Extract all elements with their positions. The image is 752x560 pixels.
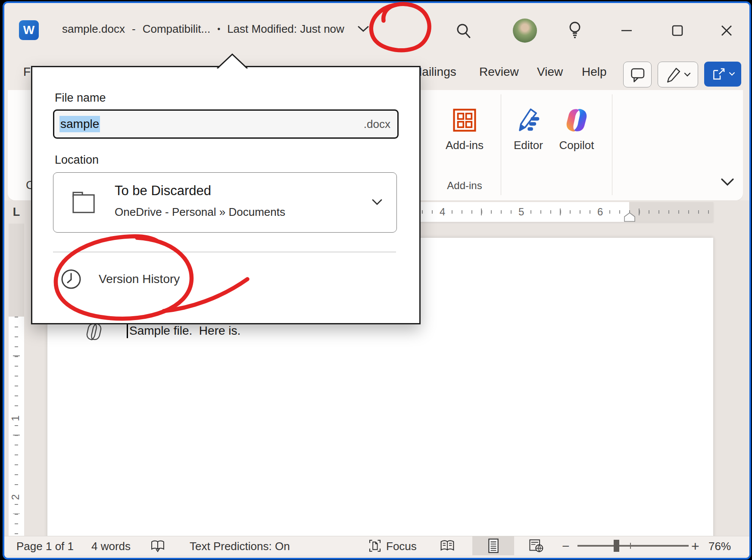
user-avatar[interactable] — [513, 19, 537, 43]
comment-icon — [629, 65, 646, 84]
copilot-icon — [564, 108, 589, 133]
popup-caret — [216, 53, 248, 68]
ribbon-group-label-addins: Add-ins — [444, 180, 485, 192]
copilot-button-label: Copilot — [559, 139, 594, 152]
version-history-label[interactable]: Version History — [99, 272, 180, 286]
web-layout-icon[interactable] — [527, 538, 546, 554]
minimize-button[interactable] — [616, 20, 637, 41]
tab-stop-selector[interactable]: L — [8, 202, 25, 222]
tab-selector-glyph: L — [13, 205, 20, 219]
zoom-slider-thumb[interactable] — [614, 540, 619, 552]
copilot-margin-icon[interactable] — [84, 322, 103, 341]
zoom-slider-track[interactable] — [577, 545, 689, 547]
text-cursor — [127, 324, 128, 338]
read-mode-icon[interactable] — [438, 538, 457, 554]
folder-icon — [71, 189, 97, 215]
location-folder-name: To be Discarded — [115, 183, 211, 199]
editor-button-label: Editor — [514, 139, 543, 152]
file-extension: .docx — [364, 118, 390, 131]
zoom-slider-tick — [630, 543, 631, 549]
text-predictions-status[interactable]: Text Predictions: On — [190, 540, 290, 553]
editor-button[interactable]: Editor — [509, 99, 548, 161]
location-label: Location — [55, 153, 99, 167]
tab-help[interactable]: Help — [582, 65, 607, 79]
page-indicator[interactable]: Page 1 of 1 — [16, 540, 74, 553]
focus-toggle[interactable]: Focus — [386, 540, 417, 553]
location-path: OneDrive - Personal » Documents — [115, 205, 285, 219]
status-bar: Page 1 of 1 4 words Text Predictions: On… — [4, 536, 749, 555]
file-name-label: File name — [55, 91, 106, 105]
pencil-icon — [665, 66, 681, 83]
title-chevron-down-icon[interactable] — [357, 25, 369, 33]
title-last-modified: Last Modified: Just now — [227, 22, 344, 36]
title-filename[interactable]: sample.docx — [62, 22, 125, 36]
maximize-button[interactable] — [667, 20, 688, 41]
clock-icon — [60, 268, 82, 290]
editor-pen-icon — [516, 108, 541, 133]
ruler-number: 5 — [517, 207, 525, 217]
zoom-in-button[interactable]: + — [691, 538, 699, 554]
addins-button[interactable]: Add-ins — [444, 99, 485, 161]
title-bullet: • — [217, 24, 220, 34]
zoom-out-button[interactable]: − — [562, 539, 570, 554]
document-title[interactable]: sample.docx - Compatibilit... • Last Mod… — [62, 3, 369, 55]
focus-icon — [367, 538, 383, 553]
tab-review[interactable]: Review — [479, 65, 519, 79]
ruler-number: 6 — [596, 207, 604, 217]
draw-button[interactable] — [658, 62, 698, 87]
zoom-level[interactable]: 76% — [708, 540, 731, 553]
word-logo-icon: W — [19, 20, 39, 40]
share-icon — [711, 66, 726, 82]
collapse-ribbon-chevron-icon[interactable] — [718, 174, 737, 190]
close-button[interactable] — [716, 20, 737, 41]
word-window: W sample.docx - Compatibilit... • Last M… — [3, 1, 751, 560]
word-count[interactable]: 4 words — [91, 540, 131, 553]
ribbon-group-separator — [501, 94, 501, 195]
tab-file-partial[interactable]: F — [23, 65, 31, 79]
title-dash: - — [132, 22, 136, 36]
vertical-ruler[interactable]: 1 2 — [9, 224, 24, 539]
tab-view[interactable]: View — [537, 65, 563, 79]
search-icon[interactable] — [453, 20, 474, 41]
chevron-down-icon — [684, 72, 691, 77]
addins-button-label: Add-ins — [446, 139, 484, 152]
popup-separator — [53, 252, 396, 252]
file-name-popup: File name sample .docx Location To be Di… — [31, 66, 421, 324]
share-button[interactable] — [704, 62, 741, 87]
version-history-item[interactable]: Version History — [53, 264, 277, 295]
document-text[interactable]: Sample file. Here is. — [129, 324, 240, 338]
title-bar[interactable]: W sample.docx - Compatibilit... • Last M… — [4, 3, 749, 55]
title-compat-mode: Compatibilit... — [143, 22, 211, 36]
print-layout-icon[interactable] — [472, 536, 514, 555]
ruler-number: 1 — [10, 414, 21, 422]
ruler-number: 2 — [10, 493, 21, 501]
vruler-ticks-half — [13, 317, 20, 539]
proofing-status-icon[interactable] — [149, 538, 166, 554]
ruler-number: 4 — [438, 207, 446, 217]
location-card[interactable]: To be Discarded OneDrive - Personal » Do… — [53, 172, 397, 233]
addins-grid-icon — [452, 108, 477, 133]
copilot-button[interactable]: Copilot — [555, 99, 598, 161]
location-chevron-down-icon[interactable] — [371, 199, 383, 206]
lightbulb-icon[interactable] — [565, 20, 585, 41]
chevron-down-icon — [729, 72, 735, 76]
comments-button[interactable] — [623, 62, 652, 87]
ribbon-group-separator — [612, 94, 612, 195]
file-name-value[interactable]: sample — [59, 116, 100, 132]
file-name-input[interactable]: sample .docx — [53, 109, 399, 139]
right-indent-marker[interactable] — [624, 212, 635, 222]
